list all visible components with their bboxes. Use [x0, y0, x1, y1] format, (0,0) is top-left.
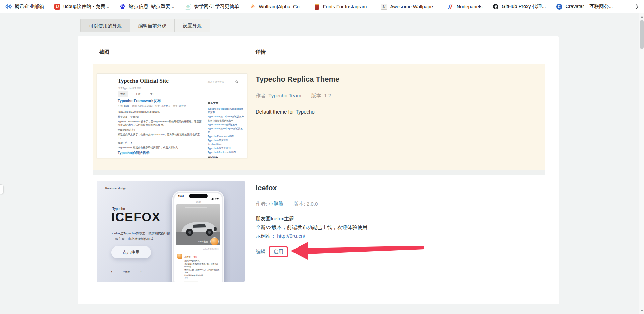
- wolfram-icon: ✳: [249, 3, 256, 10]
- bookmark-label: GitHub Proxy 代理...: [502, 3, 546, 10]
- bookmark-label: ucbug软件站 - 免费...: [63, 3, 109, 10]
- bookmark-wolfram[interactable]: ✳ Wolfram|Alpha: Co...: [249, 3, 303, 10]
- theme-name: Typecho Replica Theme: [256, 75, 339, 84]
- vertical-scrollbar[interactable]: [639, 13, 644, 314]
- thumb-nav-download: 下载: [132, 91, 143, 97]
- thumb-sidebar: 最新文章 Typecho 0.9 Release Candidate版本发布 T…: [208, 102, 245, 158]
- scroll-down-arrow[interactable]: [639, 308, 644, 313]
- phone-profile-avatar: [210, 237, 219, 246]
- thumb-sidebar-footer: 最近回复: [208, 156, 245, 158]
- thumb-sidebar-link: Typecho 0.9第二个beta测试版发布: [208, 115, 245, 119]
- thumb-sidebar-link: Typecho新版开发计划: [208, 147, 245, 150]
- theme-author-link[interactable]: Typecho Team: [268, 93, 301, 98]
- tab-edit-current-theme[interactable]: 编辑当前外观: [130, 19, 174, 32]
- thumb-sidebar-link: 官网功能还在逐步恢复中: [208, 119, 245, 123]
- enable-theme-link[interactable]: 启用: [273, 249, 283, 254]
- annotation-arrow: [290, 240, 426, 261]
- bookmark-site-info[interactable]: 站点信息_站点重要...: [119, 3, 174, 10]
- cravatar-icon: C: [556, 3, 563, 10]
- column-header-detail: 详情: [256, 49, 266, 55]
- theme-name: icefox: [256, 184, 277, 192]
- thumb-sidebar-link: Typecho 0.9第一个alpha测试版发布: [208, 127, 245, 134]
- demo-site-link[interactable]: http://0ru.cn/: [277, 233, 305, 239]
- thumb-nav-about: 关于: [147, 91, 158, 97]
- theme-screenshot-typecho-replica: Typecho Official Site 分享Typecho相关信息 输入关键…: [97, 73, 247, 158]
- thumb-sidebar-title: 最新文章: [208, 102, 245, 105]
- thumb-search-placeholder: 输入关键字搜索: [208, 80, 224, 84]
- thumb-post-column: Typecho Framework发布 作者: slake 时间: April …: [118, 99, 202, 154]
- theme-author-link[interactable]: 小胖脸: [268, 201, 283, 207]
- thumb-search-box: 输入关键字搜索: [208, 80, 238, 85]
- phone-notch: [189, 194, 208, 198]
- row-separator: [93, 170, 545, 175]
- theme-actions: 编辑 启用: [256, 246, 288, 257]
- thumb-site-title: Typecho Official Site: [118, 78, 169, 84]
- bookmark-label: Nodepanels: [457, 4, 482, 9]
- search-icon: [235, 80, 238, 84]
- tab-available-themes[interactable]: 可以使用的外观: [81, 19, 130, 32]
- theme-version: 2.0.0: [307, 201, 318, 207]
- zhixue-icon: ☺: [184, 3, 191, 10]
- sparkle-icon: ✦: [140, 271, 142, 273]
- scroll-up-arrow[interactable]: [639, 14, 644, 19]
- bookmark-ucbug[interactable]: U ucbug软件站 - 免费...: [54, 3, 109, 10]
- column-header-screenshot: 截图: [99, 49, 109, 55]
- version-label: 版本:: [294, 201, 305, 207]
- fonts-instagram-icon: [314, 3, 320, 10]
- baidu-paw-icon: [119, 3, 126, 10]
- enable-highlight-box: 启用: [269, 246, 288, 257]
- bookmark-label: 站点信息_站点重要...: [129, 3, 174, 10]
- github-icon: [492, 3, 499, 10]
- version-label: 版本:: [311, 93, 323, 98]
- thumb-brand-text: Monclvear design: [105, 187, 145, 189]
- author-label: 作者:: [256, 201, 267, 207]
- thumb-site-nav: 首页 下载 关于: [118, 91, 158, 97]
- theme-row-current: Typecho Official Site 分享Typecho相关信息 输入关键…: [93, 64, 545, 170]
- ucbug-icon: U: [54, 3, 61, 10]
- bookmark-fonts-instagram[interactable]: Fonts For Instagram...: [314, 3, 371, 10]
- bookmark-tencent-exmail[interactable]: 腾讯企业邮箱: [5, 3, 44, 10]
- thumb-post-meta: 作者: slake 时间: April 19, 2013 分类: 开发相关 标签…: [118, 104, 202, 108]
- thumb-post-line: segmentfault 最近会有很多不错的项目，欢迎大家加入: [118, 146, 202, 149]
- bookmark-github-proxy[interactable]: GitHub Proxy 代理...: [492, 3, 546, 10]
- bookmark-label: Fonts For Instagram...: [323, 4, 371, 9]
- thumb-post-line: typecho的进度:: [118, 128, 202, 132]
- demo-site-label: 示例站：: [256, 233, 276, 239]
- bookmark-nodepanels[interactable]: Nodepanels: [447, 3, 482, 10]
- thumb-cta-pill: 点击使用: [111, 246, 151, 258]
- post-pinned-badge: 置顶: [193, 256, 197, 258]
- post-author: 小胖脸: [184, 256, 191, 258]
- side-panel-handle[interactable]: [0, 184, 4, 194]
- thumb-post-line: 最近提交不太多了，会保持支持markdown，官方网站标准版的设计也搞定了。: [118, 133, 202, 140]
- edit-theme-link[interactable]: 编辑: [256, 249, 266, 255]
- theme-description: Default theme for Typecho: [256, 107, 315, 116]
- bookmark-label: 腾讯企业邮箱: [15, 3, 44, 10]
- thumb-sidebar-link: Typecho 0.9 Release Candidate版本发布: [208, 107, 245, 115]
- post-read-more: 全文: [184, 277, 220, 279]
- bookmarks-bar: 腾讯企业邮箱 U ucbug软件站 - 免费... 站点信息_站点重要... ☺…: [0, 0, 644, 13]
- post-text: 亲爱的主题用户们: 值此2021年圣诞佳节来临之际，我谨代表icefox全 体开…: [184, 260, 220, 277]
- phone-status-time: 19:01: [178, 195, 184, 197]
- bookmark-label: Wolfram|Alpha: Co...: [259, 4, 303, 9]
- theme-row-icefox: Monclvear design Typecho ICEFOX icefox是T…: [93, 175, 545, 294]
- author-label: 作者:: [256, 93, 267, 98]
- nodepanels-icon: [447, 3, 454, 10]
- bookmarks-overflow-chevron-icon[interactable]: [633, 3, 641, 10]
- post-sticker-image: [184, 281, 198, 282]
- theme-meta: 作者: 小胖脸 版本: 2.0.0: [256, 201, 318, 207]
- thumb-phone-mockup: 19:01 0ru.cn: [172, 191, 224, 282]
- tab-theme-settings[interactable]: 设置外观: [174, 19, 210, 32]
- thumb-sidebar-link: Its about time: [208, 143, 245, 146]
- phone-site-domain: 0ru.cn: [174, 201, 222, 203]
- bookmark-awesome-wallpaper[interactable]: H Awesome Wallpape...: [381, 3, 437, 10]
- post-avatar: [177, 254, 182, 259]
- thumb-site-tagline: 分享Typecho相关信息: [118, 87, 141, 90]
- bookmark-cravatar[interactable]: C Cravatar – 互联网公...: [556, 3, 613, 10]
- scrollbar-thumb[interactable]: [640, 20, 644, 49]
- thumb-theme-description: icefox是Typecho博客里一款仿朋友圈Ui的 一款主题，由小胖脸制作而成…: [112, 230, 170, 242]
- thumb-nav-home: 首页: [118, 91, 128, 97]
- sparkle-icon: ✦: [111, 271, 113, 273]
- theme-screenshot-icefox: Monclvear design Typecho ICEFOX icefox是T…: [97, 181, 245, 282]
- tencent-exmail-icon: [5, 3, 12, 10]
- bookmark-zhixue[interactable]: ☺ 智学网-让学习更简单: [184, 3, 239, 10]
